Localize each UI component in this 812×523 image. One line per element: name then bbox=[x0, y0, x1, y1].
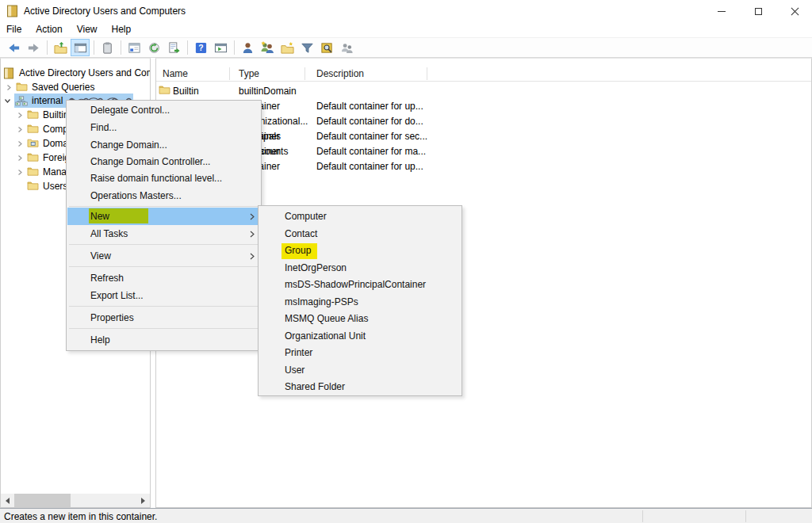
title-bar: Active Directory Users and Computers bbox=[0, 0, 812, 22]
menu-item-refresh[interactable]: Refresh bbox=[67, 269, 262, 287]
submenu-item-user[interactable]: User bbox=[259, 362, 462, 380]
new-group-button[interactable] bbox=[258, 39, 277, 56]
menu-item-change-domain[interactable]: Change Domain... bbox=[67, 136, 262, 154]
minimize-button[interactable] bbox=[703, 0, 740, 22]
tree-root-label: Active Directory Users and Com bbox=[19, 67, 151, 78]
menu-help[interactable]: Help bbox=[105, 22, 139, 37]
tree-item-saved-queries[interactable]: Saved Queries bbox=[1, 80, 150, 94]
clipboard-button[interactable] bbox=[98, 39, 117, 56]
chevron-down-icon[interactable] bbox=[4, 97, 11, 105]
status-pane-divider bbox=[745, 510, 746, 522]
horizontal-scrollbar[interactable] bbox=[1, 494, 150, 507]
menu-action[interactable]: Action bbox=[29, 22, 69, 37]
submenu-item-contact[interactable]: Contact bbox=[259, 226, 462, 243]
close-button[interactable] bbox=[776, 0, 812, 22]
menu-item-all-tasks[interactable]: All Tasks bbox=[67, 225, 262, 242]
new-user-button[interactable] bbox=[238, 39, 257, 56]
scroll-right-icon bbox=[141, 498, 145, 504]
chevron-right-icon[interactable] bbox=[17, 140, 23, 147]
forward-button[interactable] bbox=[24, 39, 43, 56]
submenu-arrow-icon bbox=[250, 213, 255, 220]
clipboard-icon bbox=[101, 41, 114, 55]
submenu-item-msimaging-psps[interactable]: msImaging-PSPs bbox=[259, 294, 462, 311]
submenu-item-shared-folder[interactable]: Shared Folder bbox=[259, 379, 462, 396]
advanced-users-button[interactable] bbox=[337, 39, 356, 56]
column-header-name[interactable]: Name bbox=[163, 68, 188, 79]
domain-icon bbox=[15, 96, 28, 106]
menu-item-export-list[interactable]: Export List... bbox=[67, 287, 262, 304]
properties-button[interactable] bbox=[124, 39, 144, 56]
scroll-right-button[interactable] bbox=[136, 494, 150, 507]
app-icon bbox=[6, 5, 18, 17]
column-divider[interactable] bbox=[427, 67, 427, 80]
tree-item-label: Users bbox=[43, 181, 67, 192]
menu-file[interactable]: File bbox=[0, 22, 29, 37]
status-pane-divider bbox=[642, 510, 643, 522]
find-objects-button[interactable] bbox=[317, 39, 336, 56]
column-header-description[interactable]: Description bbox=[316, 68, 364, 79]
submenu-arrow-icon bbox=[250, 253, 255, 260]
tree-item-root[interactable]: Active Directory Users and Com bbox=[1, 66, 150, 80]
menu-item-properties[interactable]: Properties bbox=[67, 309, 262, 326]
chevron-right-icon[interactable] bbox=[6, 84, 12, 91]
refresh-icon bbox=[147, 41, 161, 55]
toolbar-separator bbox=[187, 40, 188, 55]
filter-button[interactable] bbox=[297, 39, 316, 56]
show-window-button[interactable] bbox=[211, 39, 230, 56]
menu-item-change-domain-controller[interactable]: Change Domain Controller... bbox=[67, 153, 262, 170]
menu-separator bbox=[69, 206, 260, 207]
scroll-left-button[interactable] bbox=[1, 494, 14, 507]
show-console-tree-button[interactable] bbox=[71, 39, 90, 56]
toolbar-separator bbox=[47, 40, 48, 55]
menu-item-new[interactable]: New bbox=[67, 208, 262, 225]
chevron-right-icon[interactable] bbox=[17, 112, 23, 119]
menu-item-help[interactable]: Help bbox=[67, 331, 262, 349]
scrollbar-thumb[interactable] bbox=[14, 494, 71, 507]
menu-item-view[interactable]: View bbox=[67, 247, 262, 265]
export-list-button[interactable] bbox=[164, 39, 183, 56]
scroll-left-icon bbox=[6, 498, 10, 504]
find-icon bbox=[320, 41, 334, 55]
up-one-level-button[interactable] bbox=[51, 39, 70, 56]
back-button[interactable] bbox=[4, 39, 23, 56]
menu-view[interactable]: View bbox=[70, 22, 105, 37]
tree-item-label: Saved Queries bbox=[32, 82, 94, 93]
cell-description: Default container for ma... bbox=[316, 146, 426, 157]
chevron-right-icon[interactable] bbox=[17, 169, 23, 176]
advanced-users-icon bbox=[340, 41, 354, 55]
cell-description: Default container for sec... bbox=[316, 131, 427, 142]
submenu-item-computer[interactable]: Computer bbox=[259, 208, 462, 226]
menu-item-raise-domain-functional-level[interactable]: Raise domain functional level... bbox=[67, 170, 262, 187]
submenu-item-printer[interactable]: Printer bbox=[259, 345, 462, 362]
console-tree-icon bbox=[74, 41, 87, 55]
cell-type: builtinDomain bbox=[239, 86, 297, 97]
maximize-icon bbox=[755, 8, 762, 15]
submenu-item-msds-shadowprincipalcontainer[interactable]: msDS-ShadowPrincipalContainer bbox=[259, 277, 462, 294]
help-button[interactable] bbox=[191, 39, 210, 56]
refresh-button[interactable] bbox=[144, 39, 163, 56]
column-header-type[interactable]: Type bbox=[239, 68, 259, 79]
list-row-builtin[interactable]: Builtin builtinDomain bbox=[156, 83, 811, 98]
folder-icon bbox=[16, 82, 28, 91]
menu-separator bbox=[69, 266, 260, 267]
ou-folder-icon bbox=[27, 138, 39, 147]
toolbar-separator bbox=[121, 40, 121, 55]
menu-item-operations-masters[interactable]: Operations Masters... bbox=[67, 187, 262, 204]
chevron-right-icon[interactable] bbox=[17, 126, 23, 133]
submenu-item-organizational-unit[interactable]: Organizational Unit bbox=[259, 328, 462, 345]
chevron-right-icon[interactable] bbox=[17, 155, 23, 162]
filter-icon bbox=[301, 41, 314, 55]
column-divider[interactable] bbox=[229, 67, 230, 80]
menu-bar: File Action View Help bbox=[0, 22, 812, 37]
menu-separator bbox=[69, 328, 260, 329]
column-divider[interactable] bbox=[304, 67, 305, 80]
maximize-button[interactable] bbox=[740, 0, 776, 22]
submenu-item-group[interactable]: Group bbox=[259, 242, 462, 260]
status-bar: Creates a new item in this container. bbox=[0, 508, 812, 523]
new-organizational-unit-button[interactable] bbox=[278, 39, 297, 56]
menu-item-find[interactable]: Find... bbox=[67, 119, 262, 136]
submenu-item-msmq-queue-alias[interactable]: MSMQ Queue Alias bbox=[259, 311, 462, 328]
menu-item-delegate-control[interactable]: Delegate Control... bbox=[67, 101, 262, 119]
properties-window-icon bbox=[128, 41, 141, 55]
submenu-item-inetorgperson[interactable]: InetOrgPerson bbox=[259, 260, 462, 277]
